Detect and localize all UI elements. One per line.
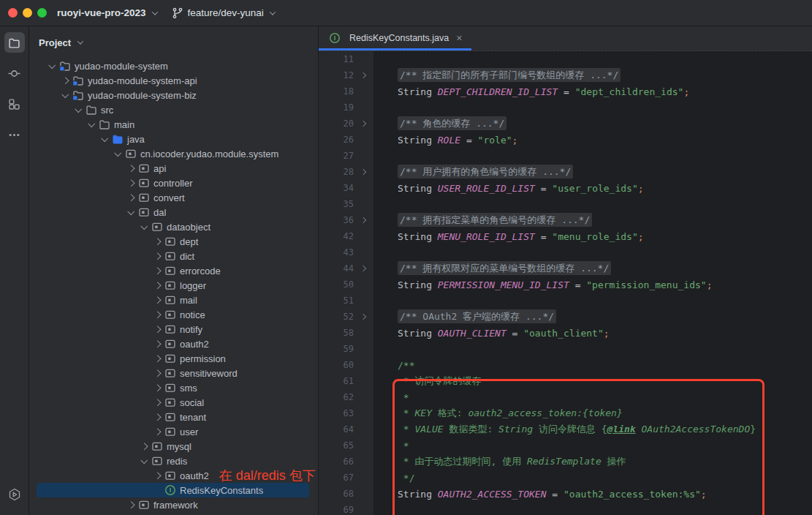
gutter: 50	[319, 277, 373, 293]
tree-item-user[interactable]: user	[29, 424, 318, 439]
tree-item-java[interactable]: java	[29, 132, 318, 146]
tree-item-notify[interactable]: notify	[29, 322, 318, 337]
tree-item-sensitiveword[interactable]: sensitiveword	[29, 366, 318, 380]
tree-item-oauth2[interactable]: oauth2在 dal/redis 包下	[29, 468, 318, 483]
chevron-right-icon[interactable]	[58, 78, 72, 83]
tab-close-icon[interactable]: ×	[456, 33, 462, 43]
tree-item-errorcode[interactable]: errorcode	[29, 263, 318, 278]
tree-item-label: dataobject	[167, 222, 210, 233]
project-panel-title: Project	[39, 37, 71, 48]
chevron-right-icon[interactable]	[151, 239, 164, 244]
chevron-down-icon[interactable]	[98, 137, 111, 142]
tree-item-RedisKeyConstants[interactable]: IRedisKeyConstants	[37, 483, 309, 497]
project-folder-icon[interactable]	[4, 32, 25, 53]
tree-item-controller[interactable]: controller	[29, 176, 318, 190]
tree-item-label: main	[114, 119, 134, 130]
tree-item-yudao-module-system[interactable]: yudao-module-system	[29, 59, 318, 73]
chevron-down-icon[interactable]	[72, 108, 85, 113]
code-text: /** 拥有权限对应的菜单编号数组的缓存 ...*/	[373, 262, 611, 275]
chevron-right-icon[interactable]	[124, 195, 137, 200]
gutter: 43	[319, 244, 373, 260]
chevron-right-icon[interactable]	[151, 371, 164, 376]
tree-item-notice[interactable]: notice	[29, 307, 318, 322]
tree-item-social[interactable]: social	[29, 395, 318, 410]
chevron-right-icon[interactable]	[151, 327, 164, 332]
tree-item-yudao-module-system-api[interactable]: yudao-module-system-api	[29, 73, 318, 88]
code-token-doc: /**	[398, 360, 414, 371]
project-selector[interactable]: ruoyi-vue-pro-2023	[57, 7, 157, 18]
fold-chevron-icon[interactable]	[354, 315, 373, 319]
tree-item-dept[interactable]: dept	[29, 234, 318, 249]
chevron-right-icon[interactable]	[124, 166, 137, 171]
code-editor[interactable]: 1112/** 指定部门的所有子部门编号数组的缓存 ...*/18String …	[319, 51, 812, 515]
commit-icon[interactable]	[4, 63, 25, 83]
chevron-right-icon[interactable]	[151, 473, 164, 478]
tree-item-label: RedisKeyConstants	[180, 485, 263, 496]
chevron-right-icon[interactable]	[151, 386, 164, 391]
chevron-down-icon[interactable]	[124, 210, 137, 215]
tree-item-main[interactable]: main	[29, 117, 318, 132]
tree-item-dal[interactable]: dal	[29, 205, 318, 219]
code-token-doc-i: RedisTemplate	[527, 456, 602, 467]
module-icon	[72, 89, 84, 101]
tree-item-api[interactable]: api	[29, 161, 318, 176]
fold-chevron-icon[interactable]	[354, 266, 373, 271]
chevron-down-icon[interactable]	[58, 93, 72, 98]
chevron-down-icon[interactable]	[137, 225, 151, 230]
chevron-right-icon[interactable]	[151, 429, 164, 435]
fold-chevron-icon[interactable]	[354, 170, 373, 174]
fold-chevron-icon[interactable]	[354, 73, 373, 78]
chevron-down-icon[interactable]	[111, 151, 124, 157]
chevron-right-icon[interactable]	[151, 254, 164, 259]
tree-item-logger[interactable]: logger	[29, 278, 318, 293]
chevron-right-icon[interactable]	[151, 342, 164, 347]
chevron-right-icon[interactable]	[151, 356, 164, 361]
fold-chevron-icon[interactable]	[354, 121, 373, 126]
services-icon[interactable]	[4, 484, 25, 505]
project-panel-header[interactable]: Project	[29, 26, 318, 59]
chevron-right-icon[interactable]	[151, 298, 164, 303]
tree-item-mysql[interactable]: mysql	[29, 439, 318, 454]
tree-item-redis[interactable]: redis	[29, 454, 318, 468]
branch-selector[interactable]: feature/dev-yunai	[172, 7, 275, 19]
tree-item-dict[interactable]: dict	[29, 249, 318, 263]
chevron-right-icon[interactable]	[124, 181, 137, 186]
code-token-plain: String	[398, 279, 438, 290]
tree-item-clipped[interactable]	[29, 512, 318, 515]
chevron-down-icon[interactable]	[85, 122, 98, 127]
git-branch-icon	[172, 7, 183, 19]
tree-item-tenant[interactable]: tenant	[29, 410, 318, 424]
code-token-str: "oauth_client"	[523, 328, 604, 339]
chevron-right-icon[interactable]	[151, 268, 164, 274]
code-line-61: 61 * 访问令牌的缓存	[319, 373, 812, 389]
more-icon[interactable]	[4, 124, 25, 145]
tree-item-sms[interactable]: sms	[29, 380, 318, 395]
code-token-doc: *	[398, 392, 409, 403]
package-icon	[164, 426, 176, 437]
code-token-comment: /** 角色的缓存 ...*/	[398, 116, 506, 130]
close-window-button[interactable]	[8, 8, 18, 18]
chevron-down-icon[interactable]	[45, 64, 58, 69]
tree-item-framework[interactable]: framework	[29, 497, 318, 512]
tree-item-mail[interactable]: mail	[29, 293, 318, 307]
tree-item-yudao-module-system-biz[interactable]: yudao-module-system-biz	[29, 88, 318, 102]
editor-tab-rediskeyconstants[interactable]: I RedisKeyConstants.java ×	[319, 26, 471, 50]
chevron-right-icon[interactable]	[151, 415, 164, 420]
structure-icon[interactable]	[4, 94, 25, 114]
tree-item-src[interactable]: src	[29, 102, 318, 117]
zoom-window-button[interactable]	[37, 8, 47, 18]
tree-item-permission[interactable]: permission	[29, 351, 318, 366]
tree-item-cn.iocoder.yudao.module.system[interactable]: cn.iocoder.yudao.module.system	[29, 146, 318, 161]
chevron-right-icon[interactable]	[124, 503, 137, 508]
tree-item-oauth2[interactable]: oauth2	[29, 337, 318, 351]
chevron-right-icon[interactable]	[151, 312, 164, 317]
line-number: 34	[319, 183, 354, 193]
fold-chevron-icon[interactable]	[354, 218, 373, 222]
chevron-right-icon[interactable]	[151, 283, 164, 288]
chevron-right-icon[interactable]	[137, 444, 151, 449]
chevron-right-icon[interactable]	[151, 400, 164, 405]
chevron-down-icon[interactable]	[137, 459, 151, 464]
tree-item-dataobject[interactable]: dataobject	[29, 219, 318, 234]
minimize-window-button[interactable]	[23, 8, 32, 18]
tree-item-convert[interactable]: convert	[29, 190, 318, 205]
